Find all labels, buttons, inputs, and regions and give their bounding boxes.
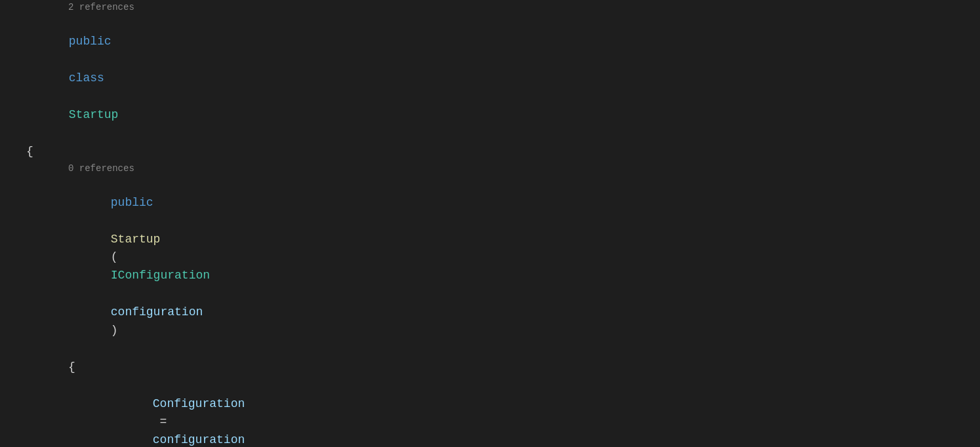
constructor-name: Startup [111, 233, 161, 246]
open-brace-class: { [0, 143, 980, 161]
code-editor: 2 references public class Startup { 0 re… [0, 0, 980, 447]
ref-count-1: 2 references [13, 0, 134, 14]
constructor-declaration: public Startup ( IConfiguration configur… [0, 176, 980, 359]
param-name-1: configuration [111, 305, 203, 319]
class-declaration: public class Startup [0, 14, 980, 142]
ref-line-2: 0 references [0, 161, 980, 176]
assignment-line: Configuration = configuration ; [0, 377, 980, 447]
keyword-class: class [69, 71, 104, 85]
prop-configuration: Configuration [153, 397, 245, 410]
ref-line-1: 2 references [0, 0, 980, 14]
var-configuration: configuration [153, 433, 245, 446]
keyword-public: public [69, 35, 112, 48]
class-name: Startup [69, 108, 119, 121]
param-type-1: IConfiguration [111, 269, 210, 282]
ref-count-2: 0 references [13, 161, 134, 176]
open-brace-constructor: { [0, 359, 980, 377]
